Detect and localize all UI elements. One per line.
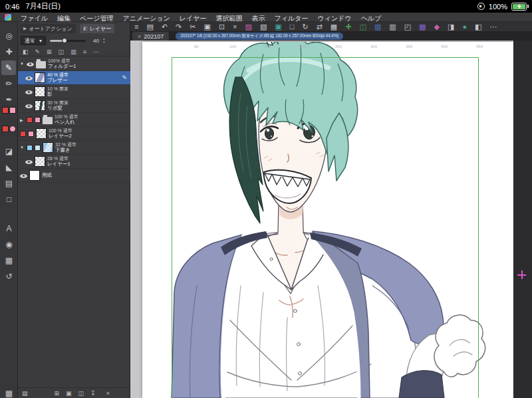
snap-special-icon[interactable]: ◫ — [359, 22, 366, 32]
layer-folder-1[interactable]: ▼100% 通常フォルダー1 — [18, 57, 130, 71]
copy-icon[interactable]: ▣ — [203, 22, 210, 32]
layer-color-icon[interactable]: ◧ — [23, 49, 29, 55]
document-tab[interactable]: × 202107 — [132, 32, 169, 41]
tab-layers[interactable]: ◧レイヤー — [80, 24, 114, 33]
undo-icon[interactable]: ↶ — [162, 22, 168, 32]
transfer-layer-icon[interactable]: ↧ — [90, 390, 96, 397]
layer-folder-inking[interactable]: ▶100 % 通常ペン入れ — [18, 113, 130, 127]
snap-ruler-icon[interactable]: ✚ — [345, 22, 351, 32]
zoom-fit-icon[interactable]: □ — [290, 22, 295, 32]
tool-property-icon[interactable]: ◧ — [475, 22, 481, 32]
palette-menu-icon[interactable]: ▤ — [22, 390, 28, 397]
ruler-icon[interactable]: ▥ — [374, 22, 381, 32]
layer-thumbnail[interactable] — [36, 128, 47, 139]
canvas-page[interactable]: 50100150200250300350400450 — [142, 42, 513, 398]
clip-layer-icon[interactable]: ⊞ — [47, 49, 52, 55]
menu-window[interactable]: ウィンドウ — [313, 15, 356, 22]
layer-paper[interactable]: 用紙 — [18, 169, 130, 183]
menu-layer[interactable]: レイヤー — [175, 15, 211, 22]
canvas-area[interactable]: 50100150200250300350400450 — [130, 41, 532, 398]
layer-palette-mark[interactable] — [27, 145, 33, 151]
workspace-icon[interactable]: ▤ — [146, 22, 153, 32]
cut-icon[interactable]: ✂ — [190, 22, 196, 32]
timeline-icon[interactable]: ▩ — [419, 22, 426, 32]
paste-icon[interactable]: ⊡ — [219, 22, 225, 32]
transparent-color-swatch[interactable] — [9, 126, 16, 132]
alt-main-color-swatch[interactable] — [2, 126, 9, 132]
layer-thumbnail[interactable] — [35, 72, 45, 83]
delete-icon[interactable]: × — [233, 22, 237, 32]
rotate-canvas-icon[interactable]: ↻ — [302, 22, 308, 32]
layer-2[interactable]: 100 % 通常レイヤー2 — [18, 127, 130, 141]
eraser-tool[interactable]: ◪ — [0, 144, 18, 159]
eyedropper-tool[interactable]: ◉ — [0, 237, 18, 252]
collapse-arrow-icon[interactable]: ▼ — [20, 62, 25, 66]
layer-visibility-eye-icon[interactable] — [25, 158, 33, 165]
layer-sub-mark[interactable] — [35, 145, 41, 151]
new-layer-icon[interactable]: ⊞ — [55, 390, 60, 397]
opacity-stepper[interactable]: ▴▾ — [103, 37, 105, 44]
layer-thumbnail[interactable] — [35, 86, 45, 97]
history-tool[interactable]: ↺ — [0, 269, 18, 284]
flip-canvas-icon[interactable]: ⇄ — [317, 22, 323, 32]
guide-icon[interactable]: ▥ — [389, 22, 396, 32]
layer-1[interactable]: 28 % 通常レイヤー1 — [18, 155, 130, 169]
menu-edit[interactable]: 編集 — [53, 15, 75, 22]
move-tool[interactable]: ✚ — [0, 45, 18, 59]
layer-folder-draft[interactable]: ▼32 % 通常下書き — [18, 141, 130, 155]
grid-icon[interactable]: ▦ — [331, 22, 337, 32]
tab-auto-action[interactable]: ▶オートアクション — [20, 24, 76, 33]
layer-sub-mark[interactable] — [28, 131, 34, 137]
layer-visibility-eye-icon[interactable] — [25, 88, 33, 96]
fill-selection-icon[interactable]: ▨ — [245, 22, 252, 32]
layer-palette-mark[interactable] — [27, 117, 33, 123]
new-folder-icon[interactable]: ▣ — [66, 390, 72, 397]
brush-tool[interactable]: ✒ — [0, 92, 18, 107]
layer-thumbnail[interactable] — [35, 156, 45, 167]
merge-down-icon[interactable]: ◫ — [78, 390, 84, 397]
zoom-tool[interactable]: ◎ — [0, 29, 18, 43]
menu-animation[interactable]: アニメーション — [118, 15, 174, 22]
delete-layer-icon[interactable]: × — [106, 390, 110, 397]
material-tool[interactable]: ▦ — [0, 253, 18, 268]
pencil-tool[interactable]: ✏ — [0, 76, 18, 91]
layer-visibility-eye-icon[interactable] — [25, 74, 33, 82]
gradient-tool[interactable]: ▤ — [0, 176, 18, 191]
app-menu-icon[interactable]: ≡ — [134, 22, 138, 32]
material-palette-icon[interactable]: ◰ — [404, 22, 411, 32]
lock-transparent-icon[interactable]: ▥ — [70, 49, 76, 55]
opacity-slider[interactable] — [50, 40, 86, 42]
layer-visibility-eye-icon[interactable] — [25, 102, 33, 110]
select-area-icon[interactable]: ▣ — [275, 22, 281, 32]
menu-page-manage[interactable]: ページ管理 — [75, 15, 118, 22]
layer-thumbnail[interactable] — [35, 100, 45, 111]
pen-tool[interactable]: ✎ — [1, 60, 16, 75]
edit-layer-icon[interactable]: ✎ — [35, 49, 41, 55]
blend-mode-select[interactable]: 通常 ▾ — [21, 36, 46, 45]
reference-layer-icon[interactable]: ≡ — [83, 49, 86, 55]
layer-visibility-eye-icon[interactable] — [20, 172, 27, 179]
text-tool[interactable]: A — [0, 221, 18, 236]
opacity-slider-knob[interactable] — [62, 38, 67, 43]
menu-file[interactable]: ファイル — [16, 15, 53, 22]
figure-tool[interactable]: □ — [0, 192, 18, 207]
main-color-swatch[interactable] — [2, 107, 9, 114]
redo-icon[interactable]: ↷ — [176, 22, 182, 32]
color-set-icon[interactable]: ◆ — [434, 22, 440, 32]
lock-layer-icon[interactable]: ◫ — [59, 49, 65, 55]
layer-blazer[interactable]: 40 % 通常ブレザー✎ — [18, 71, 130, 85]
menu-help[interactable]: ヘルプ — [356, 15, 386, 22]
close-tab-icon[interactable]: × — [138, 33, 141, 40]
layer-palette-mark[interactable] — [20, 131, 26, 137]
layer-shadow[interactable]: 10 % 乗算影 — [18, 85, 130, 99]
menu-filter[interactable]: フィルター — [270, 15, 313, 22]
expand-arrow-icon[interactable]: ▶ — [20, 118, 25, 122]
collapse-arrow-icon[interactable]: ▼ — [20, 146, 25, 149]
menu-view[interactable]: 表示 — [247, 15, 270, 22]
deselect-icon[interactable]: ▧ — [260, 22, 267, 32]
layer-thumbnail[interactable] — [43, 142, 53, 153]
layer-ribbon-hair[interactable]: 30 % 乗算リボ髪 — [18, 99, 130, 113]
sub-view-icon[interactable]: ◨ — [448, 22, 454, 32]
menu-selection[interactable]: 選択範囲 — [211, 15, 247, 22]
sub-color-swatch[interactable] — [9, 107, 16, 114]
